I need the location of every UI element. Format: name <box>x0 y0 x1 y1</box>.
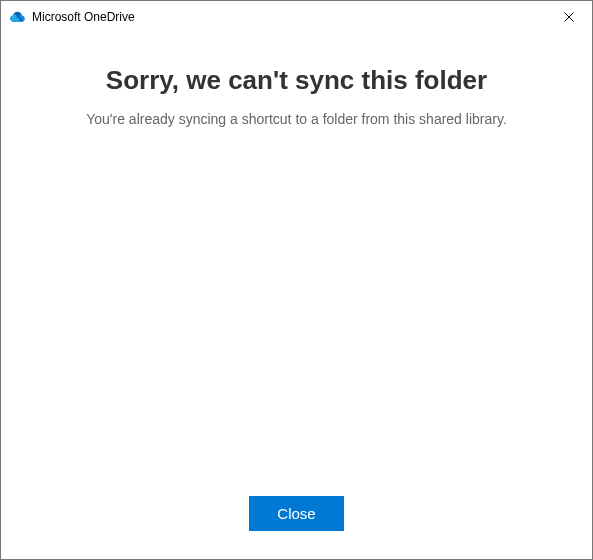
close-icon <box>564 12 574 22</box>
dialog-heading: Sorry, we can't sync this folder <box>106 65 487 96</box>
dialog-footer: Close <box>1 496 592 559</box>
window-title: Microsoft OneDrive <box>32 10 135 24</box>
dialog-content: Sorry, we can't sync this folder You're … <box>1 33 592 496</box>
close-button[interactable]: Close <box>249 496 343 531</box>
onedrive-icon <box>9 9 26 26</box>
window-close-button[interactable] <box>546 1 592 33</box>
titlebar: Microsoft OneDrive <box>1 1 592 33</box>
dialog-window: Microsoft OneDrive Sorry, we can't sync … <box>0 0 593 560</box>
dialog-message: You're already syncing a shortcut to a f… <box>56 111 537 127</box>
